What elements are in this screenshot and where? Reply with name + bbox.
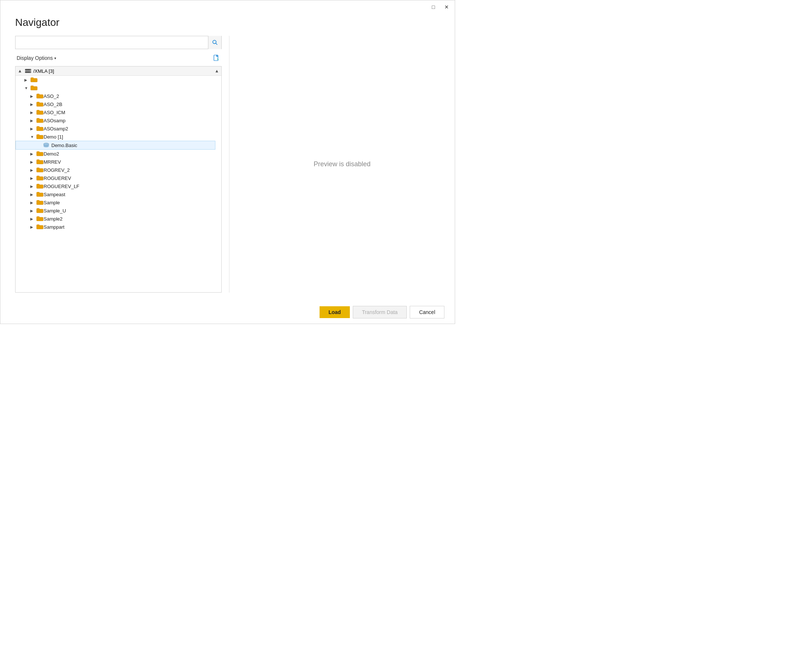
display-options-label: Display Options: [17, 55, 53, 61]
tree-container: ▲ /XMLA [3] ▲ ▶: [15, 66, 222, 293]
folder-icon: [36, 151, 44, 157]
item-label: MRREV: [44, 159, 61, 165]
folder-icon: [30, 85, 38, 91]
item-label: ROGUEREV: [44, 176, 71, 181]
list-item[interactable]: ▶: [15, 76, 215, 84]
item-label: Samppart: [44, 224, 64, 230]
folder-icon: [36, 167, 44, 173]
expander-icon: ▼: [24, 86, 30, 90]
folder-icon: [36, 109, 44, 115]
expander-icon: ▶: [30, 168, 36, 172]
item-label: ROGREV_2: [44, 167, 70, 173]
expander-icon: ▶: [30, 225, 36, 229]
item-label: ASOsamp2: [44, 126, 68, 131]
search-icon[interactable]: [208, 36, 221, 49]
expander-icon: ▶: [30, 176, 36, 180]
tree-root-label: /XMLA [3]: [33, 68, 54, 74]
expander-icon: ▶: [30, 127, 36, 131]
list-item[interactable]: ▼: [15, 84, 215, 92]
list-item[interactable]: ▶ ASO_2B: [15, 100, 215, 108]
expander-icon: ▶: [30, 152, 36, 156]
list-item[interactable]: Demo.Basic: [15, 141, 215, 150]
server-icon: [24, 68, 32, 74]
list-item[interactable]: ▶ Sampeast: [15, 190, 215, 199]
right-panel: Preview is disabled: [229, 36, 455, 293]
list-item[interactable]: ▶ Demo2: [15, 150, 215, 158]
item-label: Demo.Basic: [51, 143, 77, 148]
folder-icon: [36, 134, 44, 140]
item-label: Sample: [44, 200, 60, 205]
folder-icon: [36, 125, 44, 131]
minimize-button[interactable]: □: [430, 3, 437, 11]
search-bar: [15, 36, 222, 49]
folder-icon: [36, 191, 44, 197]
preview-disabled-text: Preview is disabled: [314, 160, 371, 168]
list-item[interactable]: ▶ ASO_ICM: [15, 108, 215, 116]
display-options-row: Display Options ▾: [15, 53, 222, 63]
folder-icon: [36, 200, 44, 205]
display-options-button[interactable]: Display Options ▾: [15, 54, 58, 62]
expander-icon: ▶: [30, 193, 36, 197]
expander-icon: ▶: [30, 200, 36, 205]
item-label: ASO_ICM: [44, 110, 66, 115]
folder-icon: [36, 224, 44, 230]
folder-icon: [36, 183, 44, 189]
expander-icon: ▶: [30, 184, 36, 188]
tree-body[interactable]: ▶ ▼ ▶: [15, 76, 221, 290]
list-item[interactable]: ▶ Sample2: [15, 215, 215, 223]
database-icon: [43, 142, 50, 148]
folder-icon: [36, 101, 44, 107]
left-panel: Display Options ▾ ▲: [0, 36, 229, 293]
item-label: Sample2: [44, 216, 63, 222]
item-label: ASO_2: [44, 93, 59, 99]
list-item[interactable]: ▶ MRREV: [15, 158, 215, 166]
folder-icon: [36, 216, 44, 222]
export-file-icon[interactable]: [211, 53, 222, 63]
expander-icon: ▶: [30, 209, 36, 213]
item-label: ROGUEREV_LF: [44, 183, 79, 189]
page-title: Navigator: [0, 14, 455, 36]
folder-icon: [36, 93, 44, 99]
list-item[interactable]: ▶ Sample_U: [15, 206, 215, 215]
expander-icon: ▶: [30, 217, 36, 221]
tree-collapse-button[interactable]: ▲: [215, 68, 219, 73]
item-label: ASOsamp: [44, 118, 66, 124]
folder-icon: [36, 208, 44, 214]
expander-icon: ▶: [30, 160, 36, 164]
item-label: ASO_2B: [44, 102, 63, 107]
list-item[interactable]: ▶ ROGREV_2: [15, 166, 215, 174]
cancel-button[interactable]: Cancel: [410, 306, 444, 318]
list-item[interactable]: ▶ ASOsamp: [15, 116, 215, 124]
item-label: Demo [1]: [44, 134, 63, 140]
folder-icon: [36, 118, 44, 124]
transform-data-button: Transform Data: [353, 306, 407, 318]
expander-icon: ▶: [30, 119, 36, 123]
search-input[interactable]: [15, 36, 208, 49]
svg-point-6: [30, 72, 31, 72]
folder-icon: [36, 175, 44, 181]
close-button[interactable]: ✕: [443, 3, 450, 11]
expander-icon: ▶: [24, 78, 30, 82]
folder-icon: [36, 159, 44, 165]
expander-icon: ▶: [30, 102, 36, 106]
item-label: Demo2: [44, 151, 59, 157]
list-item[interactable]: ▶ ROGUEREV_LF: [15, 182, 215, 190]
svg-point-0: [213, 40, 216, 44]
list-item[interactable]: ▶ ASOsamp2: [15, 124, 215, 133]
expander-icon: ▶: [30, 94, 36, 98]
expander-icon: ▶: [30, 110, 36, 115]
list-item[interactable]: ▼ Demo [1]: [15, 133, 215, 141]
main-layout: Display Options ▾ ▲: [0, 36, 455, 315]
list-item[interactable]: ▶ ROGUEREV: [15, 174, 215, 182]
chevron-down-icon: ▾: [54, 56, 56, 60]
load-button[interactable]: Load: [319, 306, 350, 318]
title-bar: □ ✕: [0, 0, 455, 14]
list-item[interactable]: ▶ Sample: [15, 199, 215, 206]
item-label: Sampeast: [44, 192, 66, 197]
expander-icon: ▼: [30, 135, 36, 139]
list-item[interactable]: ▶ ASO_2: [15, 92, 215, 100]
collapse-up-icon: ▲: [18, 68, 22, 73]
item-label: Sample_U: [44, 208, 66, 214]
list-item[interactable]: ▶ Samppart: [15, 223, 215, 231]
bottom-bar: Load Transform Data Cancel: [309, 301, 455, 324]
